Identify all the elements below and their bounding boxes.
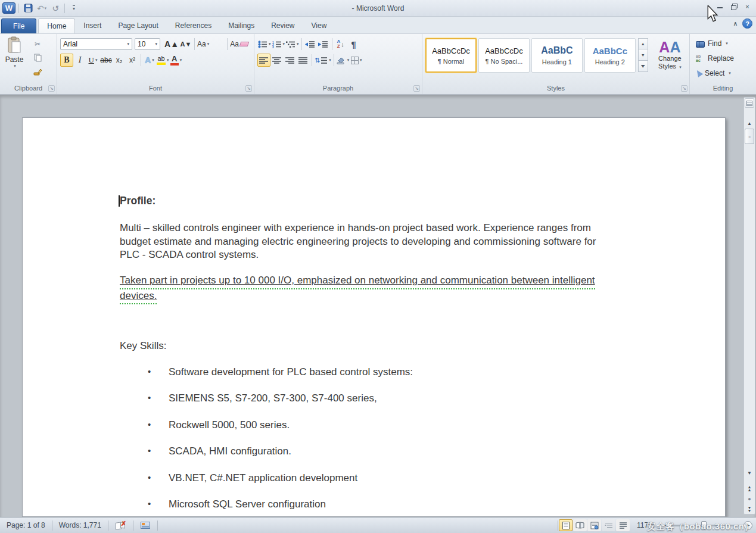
scroll-down-icon[interactable]: ▼	[745, 468, 754, 478]
zoom-slider-thumb[interactable]	[701, 521, 707, 530]
strikethrough-icon: abc	[100, 56, 111, 64]
scroll-up-icon[interactable]: ▲	[745, 119, 754, 128]
select-browse-object-button[interactable]: ●	[745, 494, 754, 504]
word-logo-icon[interactable]: W	[2, 2, 15, 14]
zoom-in-icon[interactable]: +	[743, 521, 752, 530]
show-hide-formatting-button[interactable]: ¶	[347, 38, 360, 51]
styles-more-icon[interactable]: ▼	[638, 61, 648, 72]
increase-indent-button[interactable]	[317, 38, 330, 51]
shading-button[interactable]: ▾	[336, 54, 350, 67]
replace-button[interactable]: abac Replace	[691, 51, 755, 66]
style-no-spacing[interactable]: AaBbCcDc ¶ No Spaci...	[478, 38, 530, 73]
tab-insert[interactable]: Insert	[75, 18, 110, 33]
tab-file[interactable]: File	[1, 18, 36, 33]
numbering-button[interactable]: 1 2 3 ▾	[272, 38, 286, 51]
clipboard-dialog-launcher[interactable]: ↘	[48, 85, 55, 92]
decrease-indent-button[interactable]	[304, 38, 317, 51]
grow-font-button[interactable]: A▲	[164, 38, 179, 51]
font-color-button[interactable]: A ▾	[170, 54, 183, 67]
tab-review[interactable]: Review	[263, 18, 303, 33]
word-count[interactable]: Words: 1,771	[52, 521, 108, 529]
borders-button[interactable]: ▾	[350, 54, 363, 67]
vertical-scrollbar[interactable]: ▲ ≡ ▼ ▲▲ ● ▼▼	[743, 97, 755, 515]
change-styles-button[interactable]: AA Change Styles ▾	[652, 39, 688, 71]
bullets-button[interactable]: ▾	[257, 38, 272, 51]
bold-button[interactable]: B	[60, 54, 73, 67]
save-button[interactable]	[22, 2, 34, 14]
subscript-button[interactable]: x₂	[113, 54, 126, 67]
find-button[interactable]: Find ▾	[691, 36, 755, 51]
minimize-button[interactable]	[714, 2, 726, 11]
font-size-select[interactable]: 10 ▾	[135, 38, 160, 50]
scrollbar-thumb[interactable]: ≡	[745, 129, 754, 144]
align-right-button[interactable]	[284, 54, 297, 67]
next-page-button[interactable]: ▼▼	[745, 504, 754, 514]
zoom-slider[interactable]: − +	[659, 520, 752, 530]
undo-button[interactable]: ↶▾	[36, 2, 48, 14]
undo-dropdown-icon[interactable]: ▾	[45, 6, 47, 11]
font-name-select[interactable]: Arial ▾	[60, 38, 132, 50]
change-case-button[interactable]: Aa▾	[197, 38, 210, 51]
text-highlight-button[interactable]: ab ▾	[156, 54, 170, 67]
tab-page-layout[interactable]: Page Layout	[110, 18, 166, 33]
tab-home[interactable]: Home	[38, 18, 75, 33]
underline-button[interactable]: U▾	[86, 54, 99, 67]
align-left-button[interactable]	[257, 54, 270, 67]
web-layout-view-button[interactable]	[587, 519, 601, 531]
outline-view-button[interactable]	[602, 519, 615, 531]
paragraph-dialog-launcher[interactable]: ↘	[413, 85, 420, 92]
print-layout-view-button[interactable]	[559, 519, 573, 531]
style-preview: AaBbC	[541, 45, 573, 56]
view-ruler-button[interactable]	[745, 98, 754, 108]
close-button[interactable]: ×	[742, 2, 753, 11]
draft-view-button[interactable]	[616, 519, 630, 531]
divider	[312, 54, 312, 66]
tab-view[interactable]: View	[303, 18, 335, 33]
style-heading-2[interactable]: AaBbCc Heading 2	[584, 38, 636, 73]
justify-button[interactable]	[297, 54, 310, 67]
group-paragraph: ▾ 1 2 3 ▾ ▾	[254, 34, 422, 94]
chevron-down-icon: ▾	[297, 42, 299, 46]
font-dialog-launcher[interactable]: ↘	[245, 85, 252, 92]
zoom-slider-track[interactable]	[670, 525, 741, 526]
paragraph-group-label: Paragraph	[254, 84, 422, 93]
text-effects-button[interactable]: A▾	[143, 54, 156, 67]
line-spacing-button[interactable]: ⇅ ▾	[314, 54, 332, 67]
styles-dialog-launcher[interactable]: ↘	[681, 85, 687, 92]
language-panel-button[interactable]	[133, 522, 157, 529]
collapse-ribbon-icon[interactable]: ∧	[733, 20, 738, 27]
tab-mailings[interactable]: Mailings	[220, 18, 263, 33]
strikethrough-button[interactable]: abc	[99, 54, 113, 67]
document-page[interactable]: Profile: Multi – skilled controls engine…	[22, 117, 726, 517]
zoom-out-icon[interactable]: −	[659, 520, 670, 530]
cut-button[interactable]: ✂	[30, 38, 45, 50]
full-screen-reading-view-button[interactable]	[573, 519, 587, 531]
help-button[interactable]: ?	[742, 18, 752, 29]
restore-button[interactable]	[728, 2, 739, 11]
panel-icon	[141, 522, 150, 529]
qat-customize-button[interactable]: ▾	[68, 2, 80, 14]
superscript-button[interactable]: x²	[126, 54, 139, 67]
multilevel-list-button[interactable]: ▾	[285, 38, 300, 51]
tab-references[interactable]: References	[167, 18, 220, 33]
style-heading-1[interactable]: AaBbC Heading 1	[531, 38, 583, 73]
page-indicator[interactable]: Page: 1 of 8	[0, 521, 52, 529]
repeat-button[interactable]: ↺	[49, 2, 61, 14]
sort-button[interactable]: AZ ↓	[334, 38, 347, 51]
format-painter-button[interactable]	[30, 66, 45, 77]
bullet-icon: •	[148, 392, 151, 403]
styles-scroll-up-icon[interactable]: ▲	[638, 38, 648, 49]
previous-page-button[interactable]: ▲▲	[745, 484, 754, 493]
copy-button[interactable]	[30, 52, 45, 64]
clear-formatting-button[interactable]: Aa	[229, 38, 249, 51]
style-name: ¶ No Spaci...	[486, 58, 523, 65]
style-normal[interactable]: AaBbCcDc ¶ Normal	[425, 38, 477, 73]
proofing-errors-button[interactable]	[108, 522, 133, 529]
italic-button[interactable]: I	[73, 54, 86, 67]
paste-button[interactable]: Paste ▾	[1, 36, 27, 75]
align-center-button[interactable]	[270, 54, 284, 67]
zoom-level[interactable]: 117%	[630, 521, 659, 529]
styles-scroll-down-icon[interactable]: ▼	[638, 49, 648, 61]
select-button[interactable]: Select ▾	[691, 66, 755, 80]
shrink-font-button[interactable]: A▼	[179, 38, 192, 51]
